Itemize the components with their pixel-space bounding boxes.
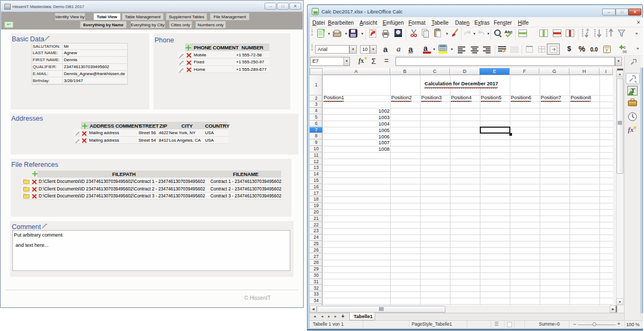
svg-text:T: T [631,86,635,94]
svg-text:00: 00 [623,50,627,54]
svg-text:0: 0 [624,46,626,49]
svg-text:7: 7 [605,48,608,53]
svg-text:fx: fx [628,126,634,134]
